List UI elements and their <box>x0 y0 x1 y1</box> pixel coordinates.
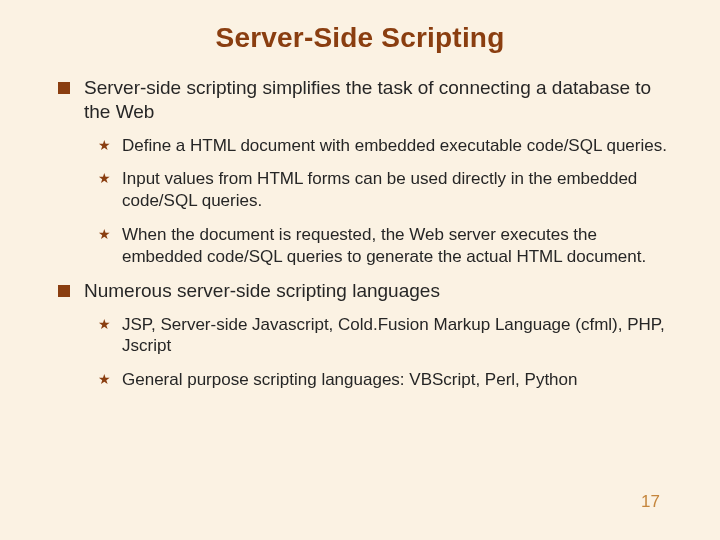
bullet-item: Numerous server-side scripting languages… <box>58 279 672 391</box>
sub-list: Define a HTML document with embedded exe… <box>84 135 672 268</box>
sub-item: When the document is requested, the Web … <box>98 224 672 268</box>
sub-list: JSP, Server-side Javascript, Cold.Fusion… <box>84 314 672 391</box>
sub-item: JSP, Server-side Javascript, Cold.Fusion… <box>98 314 672 358</box>
bullet-text: Server-side scripting simplifies the tas… <box>84 77 651 122</box>
sub-item: Define a HTML document with embedded exe… <box>98 135 672 157</box>
bullet-item: Server-side scripting simplifies the tas… <box>58 76 672 267</box>
sub-item: General purpose scripting languages: VBS… <box>98 369 672 391</box>
bullet-text: Numerous server-side scripting languages <box>84 280 440 301</box>
sub-item: Input values from HTML forms can be used… <box>98 168 672 212</box>
slide-title: Server-Side Scripting <box>48 22 672 54</box>
page-number: 17 <box>641 492 660 512</box>
slide: Server-Side Scripting Server-side script… <box>0 0 720 540</box>
bullet-list: Server-side scripting simplifies the tas… <box>48 76 672 391</box>
